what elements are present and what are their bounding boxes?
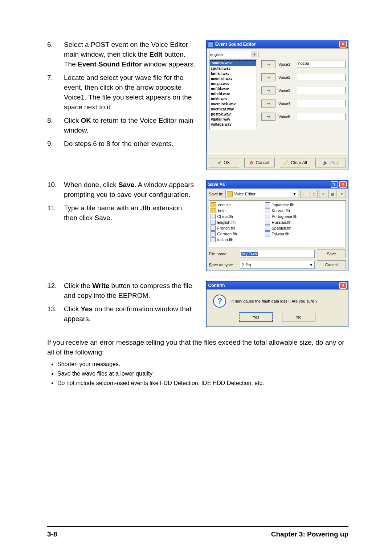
folder-item[interactable]: help (211, 208, 254, 214)
instruction-step: 10.When done, click Save. A window appea… (47, 180, 197, 200)
file-item[interactable]: English.flh (211, 219, 254, 225)
savein-label: Save in: (209, 192, 223, 196)
saveastype-select[interactable]: (*.flh) ▼ (240, 261, 315, 269)
wave-file-item[interactable]: cpufail.wav (209, 66, 257, 71)
confirm-dialog: Confirm × ? It may cause the flash data … (206, 281, 348, 327)
instruction-step: 13.Click Yes on the confirmation window … (47, 304, 197, 324)
help-icon[interactable]: ? (331, 181, 338, 188)
play-button[interactable]: Play (315, 158, 346, 167)
language-value: english (210, 52, 223, 57)
question-icon: ? (213, 295, 226, 308)
file-icon (265, 214, 270, 219)
voice-value-field[interactable] (297, 74, 346, 81)
wave-file-item[interactable]: memfail.wav (209, 76, 257, 81)
wave-file-item[interactable]: fanfail.wav (209, 71, 257, 76)
wave-file-item[interactable]: voltage.wav (209, 122, 257, 127)
assign-arrow-button[interactable]: ⇒ (261, 113, 275, 121)
assign-arrow-button[interactable]: ⇒ (261, 86, 275, 94)
instruction-step: 12.Click the Write button to compress th… (47, 281, 197, 301)
file-icon (211, 237, 216, 242)
window-titlebar: Confirm × (207, 281, 348, 289)
file-item[interactable]: Portuguese.flh (265, 214, 309, 219)
wave-file-item[interactable]: nofdd.wav (209, 86, 257, 92)
instruction-step: 11.Type a file name with an .flh extensi… (47, 203, 197, 223)
save-as-dialog: Save As ? × Save in: Voice Editor ▼ ←↥✳▦… (206, 180, 348, 271)
bullet-item: Save the wave files at a lower quality (57, 370, 348, 377)
cancel-button[interactable]: Cancel (244, 158, 275, 167)
wave-file-item[interactable]: overclock.wav (209, 102, 257, 107)
clear-all-button[interactable]: Clear All (280, 158, 310, 167)
file-item[interactable]: Japanese.flh (265, 202, 309, 208)
file-item[interactable]: China.flh (211, 214, 254, 219)
wave-file-item[interactable]: vgafail.wav (209, 117, 257, 122)
file-item[interactable]: French.flh (211, 225, 254, 231)
wave-file-item[interactable]: postok.wav (209, 112, 257, 117)
voice-row: ⇒Voice1nocpu (261, 60, 346, 68)
file-icon (211, 226, 216, 231)
toolbar-button[interactable]: ↥ (310, 190, 318, 198)
voice-label: Voice1 (278, 62, 294, 66)
file-icon (211, 231, 216, 236)
toolbar-button[interactable]: ▾ (338, 190, 346, 198)
instruction-step: 6.Select a POST event on the Voice Edito… (47, 40, 197, 69)
chevron-down-icon[interactable]: ▼ (293, 192, 297, 196)
instruction-step: 9.Do steps 6 to 8 for the other events. (47, 139, 197, 149)
savein-select[interactable]: Voice Editor ▼ (225, 190, 298, 198)
close-icon[interactable]: × (339, 181, 347, 188)
voice-value-field[interactable] (297, 87, 346, 94)
confirm-message: It may cause the flash data loss !! Are … (231, 299, 317, 303)
window-title: Event Sound Editor (215, 42, 256, 47)
save-button[interactable]: Save (317, 250, 346, 258)
assign-arrow-button[interactable]: ⇒ (261, 100, 275, 108)
window-title: Save As (208, 182, 225, 187)
wave-file-list[interactable]: bootos.wavcpufail.wavfanfail.wavmemfail.… (209, 60, 257, 130)
chevron-down-icon[interactable]: ▼ (309, 263, 313, 267)
saveastype-label: Save as type: (209, 263, 238, 267)
file-list[interactable]: englishhelpChina.flhEnglish.flhFrench.fl… (209, 200, 346, 247)
file-item[interactable]: Russian.flh (265, 219, 309, 225)
bullet-item: Do not include seldom-used events like F… (57, 380, 348, 386)
file-icon (265, 202, 270, 207)
savein-value: Voice Editor (234, 192, 256, 196)
toolbar-button[interactable]: ▦ (328, 190, 336, 198)
file-item[interactable]: German.flh (211, 231, 254, 237)
wave-file-item[interactable]: nohdd.wav (209, 92, 257, 97)
voice-row: ⇒Voice5 (261, 113, 346, 121)
assign-arrow-button[interactable]: ⇒ (261, 60, 275, 68)
body-paragraph: If you receive an error message telling … (47, 338, 348, 357)
file-item[interactable]: Taiwan.flh (265, 231, 309, 237)
wave-file-item[interactable]: nocpu.wav (209, 81, 257, 86)
voice-label: Voice2 (278, 75, 294, 80)
chevron-down-icon[interactable]: ▼ (252, 52, 257, 57)
window-titlebar: Event Sound Editor × (207, 40, 348, 48)
filename-input[interactable]: My Own (240, 250, 315, 258)
folder-item[interactable]: english (211, 202, 254, 208)
file-icon (265, 208, 270, 213)
voice-value-field[interactable] (297, 113, 346, 120)
close-icon[interactable]: × (339, 41, 347, 48)
yes-button[interactable]: Yes (239, 313, 273, 321)
voice-value-field[interactable] (297, 100, 346, 107)
app-icon (208, 41, 214, 47)
instruction-step: 7.Locate and select your wave file for t… (47, 73, 197, 112)
wave-file-item[interactable]: bootos.wav (210, 60, 256, 66)
wave-file-item[interactable]: overheat.wav (209, 107, 257, 112)
event-sound-editor-window: Event Sound Editor × english ▼ bootos.wa… (206, 40, 348, 170)
file-item[interactable]: Spanish.flh (265, 225, 309, 231)
assign-arrow-button[interactable]: ⇒ (261, 73, 275, 81)
page-footer: 3-8 Chapter 3: Powering up (47, 526, 348, 538)
voice-value-field[interactable]: nocpu (297, 61, 346, 68)
file-icon (211, 220, 216, 225)
file-item[interactable]: Korean.flh (265, 208, 309, 214)
language-select[interactable]: english ▼ (209, 51, 258, 58)
file-icon (265, 226, 270, 231)
wave-file-item[interactable]: nokb.wav (209, 97, 257, 102)
page-number: 3-8 (47, 530, 57, 538)
toolbar-button[interactable]: ← (300, 190, 308, 198)
no-button[interactable]: No (282, 313, 315, 321)
close-icon[interactable]: × (339, 282, 347, 289)
cancel-button[interactable]: Cancel (317, 260, 346, 269)
ok-button[interactable]: OK (209, 158, 239, 167)
file-item[interactable]: Italian.flh (211, 237, 254, 243)
toolbar-button[interactable]: ✳ (319, 190, 327, 198)
